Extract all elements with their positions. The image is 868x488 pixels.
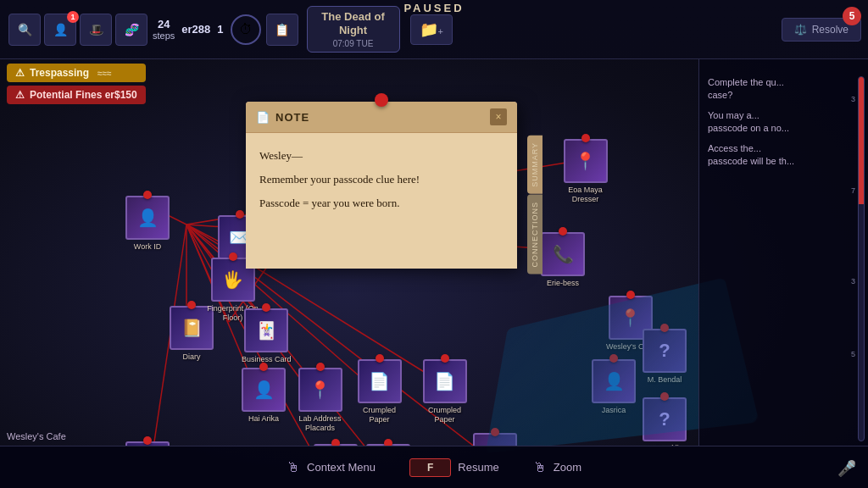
warning-icon: ⚠	[15, 67, 25, 79]
evidence-card-erie-bess[interactable]: 📞 Erie-bess	[541, 227, 585, 288]
evidence-card-crumpled-paper2[interactable]: 📄 Crumpled Paper	[417, 354, 472, 424]
note-close-button[interactable]: ×	[490, 108, 507, 125]
context-menu-label: Context Menu	[307, 461, 376, 474]
trespassing-alert: ⚠ Trespassing ≈≈≈	[7, 64, 146, 82]
right-panel: Complete the qu...case? You may a...pass…	[698, 59, 868, 446]
evidence-card-akbr-doc[interactable]: 🕐 Akbr Doc 1984	[363, 439, 414, 446]
folder-button[interactable]: 📁+	[410, 14, 453, 45]
right-panel-line2: You may a...passcode on a no...	[708, 109, 860, 136]
card-label: Work ID	[134, 242, 161, 252]
card-image: 📄	[423, 359, 467, 403]
right-panel-line1: Complete the qu...case?	[708, 76, 860, 103]
card-pin	[441, 354, 449, 363]
zoom-icon: 🖱	[533, 460, 547, 475]
card-label: Crumpled Paper	[417, 406, 472, 424]
card-pin	[376, 354, 384, 363]
card-pin	[229, 252, 237, 261]
resume-action[interactable]: F Resume	[409, 458, 499, 477]
clipboard-button[interactable]: 📋	[266, 14, 298, 46]
case-title: The Dead ofNight	[321, 10, 386, 36]
evidence-card-lab-address[interactable]: 📍 Lab Address Placards	[292, 363, 348, 433]
note-pin	[375, 93, 388, 107]
card-image: 📍	[298, 368, 342, 412]
card-label: Hai Arika	[248, 414, 279, 424]
bottom-bar: 🖱 Context Menu F Resume 🖱 Zoom	[0, 446, 868, 488]
danger-icon: ⚠	[15, 89, 25, 101]
dna-button[interactable]: 🧬	[115, 14, 147, 46]
right-panel-line3: Access the...passcode will be th...	[708, 142, 860, 169]
evidence-card-business-card[interactable]: 🃏 Business Card	[242, 303, 292, 364]
card-label: Crumpled Paper	[352, 406, 407, 424]
microphone-icon: 🎤	[837, 459, 856, 478]
note-line3: Passcode = year you were born.	[259, 194, 504, 213]
card-image: 👤	[125, 196, 170, 240]
zoom-label: Zoom	[554, 461, 581, 474]
card-label: Erie-bess	[547, 279, 579, 288]
timer-circle: ⏱	[231, 14, 261, 45]
card-pin	[581, 134, 590, 142]
note-icon: 📄	[256, 111, 270, 124]
evidence-card-work-id[interactable]: 👤 Work ID	[125, 191, 170, 252]
money-stat: er288	[181, 23, 210, 36]
status-alerts: ⚠ Trespassing ≈≈≈ ⚠ Potential Fines er$1…	[7, 64, 146, 108]
location-label: Wesley's Cafe	[7, 431, 66, 441]
paused-label: PAUSED	[403, 2, 464, 14]
card-image: 📍	[564, 139, 608, 183]
case-title-box: The Dead ofNight 07:09 TUE	[307, 6, 400, 52]
evidence-card-hai-arika[interactable]: 👤 Hai Arika	[242, 363, 286, 424]
card-pin	[626, 291, 635, 299]
progress-bar-area: 3 7 3 5	[858, 76, 865, 441]
note-body: Wesley— Remember your passcode clue here…	[246, 133, 517, 269]
progress-tick-4: 5	[851, 350, 855, 358]
progress-tick-3: 3	[851, 277, 855, 286]
zoom-action: 🖱 Zoom	[533, 460, 581, 475]
note-tabs[interactable]: SUMMARY CONNECTIONS	[527, 136, 542, 274]
card-image: 👤	[242, 368, 286, 412]
score-badge: 5	[843, 7, 861, 25]
card-pin	[143, 191, 152, 199]
evidence-card-crumpled-paper1[interactable]: 📄 Crumpled Paper	[352, 354, 407, 424]
card-pin	[187, 301, 196, 309]
hat-button[interactable]: 🎩	[80, 14, 112, 46]
progress-tick-1: 3	[851, 95, 855, 103]
card-image: 📄	[358, 359, 402, 403]
case-time: 07:09 TUE	[321, 39, 386, 48]
context-menu-action: 🖱 Context Menu	[287, 460, 376, 475]
fines-text: Potential Fines er$150	[30, 89, 137, 101]
trespassing-text: Trespassing	[30, 67, 89, 79]
steps-stat: 24 steps	[153, 18, 175, 41]
tab-connections[interactable]: CONNECTIONS	[527, 195, 542, 274]
rank-stat: 1	[217, 23, 223, 36]
card-pin	[236, 210, 244, 219]
resolve-label: Resolve	[812, 24, 849, 36]
progress-bar-track: 3 7 3 5	[858, 76, 865, 441]
card-pin	[559, 227, 567, 236]
context-menu-icon: 🖱	[287, 460, 300, 475]
card-label: Diary	[182, 352, 200, 362]
card-label: Lab Address Placards	[292, 414, 348, 433]
search-button[interactable]: 🔍	[8, 14, 41, 46]
evidence-card-note[interactable]: 📋 Note	[125, 436, 170, 446]
card-image: 📞	[541, 232, 585, 276]
resume-label: Resume	[458, 461, 498, 474]
card-pin	[384, 439, 392, 446]
note-title: 📄 NOTE	[256, 111, 309, 124]
progress-bar-fill	[859, 77, 864, 204]
note-line1: Wesley—	[259, 147, 504, 165]
note-modal[interactable]: 📄 NOTE × Wesley— Remember your passcode …	[246, 102, 517, 269]
card-pin	[316, 363, 325, 371]
tab-summary[interactable]: SUMMARY	[527, 136, 542, 194]
person-button[interactable]: 👤 1	[44, 14, 76, 46]
card-pin	[143, 436, 152, 445]
progress-tick-2: 7	[851, 186, 855, 195]
card-label: Eoa Maya Dresser	[558, 186, 613, 204]
card-pin	[331, 439, 340, 446]
note-line2: Remember your passcode clue here!	[259, 170, 504, 189]
evidence-card-eoa-maya[interactable]: 📍 Eoa Maya Dresser	[558, 134, 613, 204]
card-pin	[259, 363, 268, 371]
evidence-card-entry-waved[interactable]: 🐎 Entry Waved	[314, 439, 358, 446]
resume-key[interactable]: F	[409, 458, 451, 477]
resolve-icon: ⚖️	[794, 24, 807, 36]
fines-alert: ⚠ Potential Fines er$150	[7, 86, 146, 104]
card-image: 🃏	[244, 308, 288, 352]
